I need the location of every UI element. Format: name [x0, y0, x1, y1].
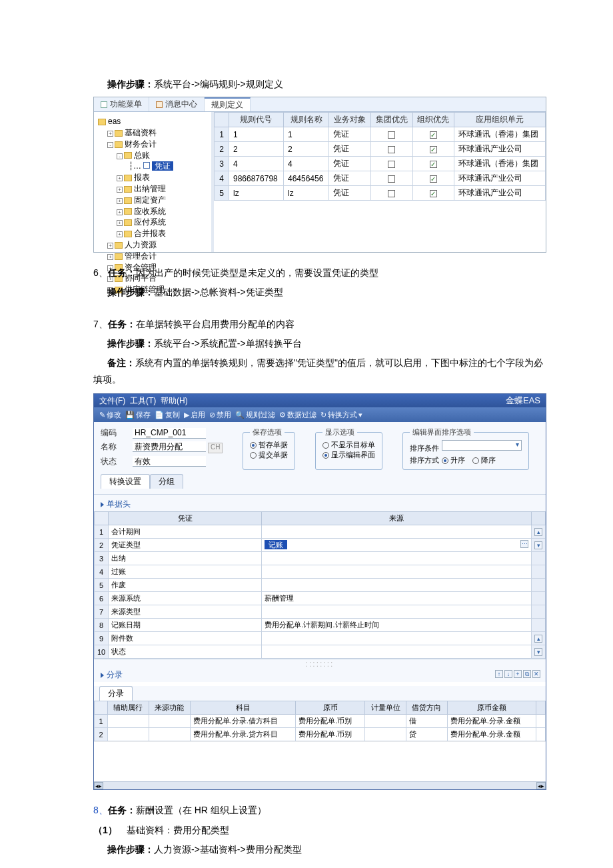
checkbox-org[interactable]: [430, 175, 437, 183]
task8-sub1: （1） 基础资料：费用分配类型: [93, 822, 546, 839]
checkbox-org[interactable]: [430, 190, 437, 197]
checkbox-org[interactable]: [430, 161, 437, 168]
table-row[interactable]: 111凭证环球通讯（香港）集团: [215, 127, 546, 142]
tree-voucher[interactable]: 凭证: [152, 161, 173, 171]
btn-scroll-up[interactable]: ▴: [534, 528, 542, 536]
radio-notarget[interactable]: [322, 442, 329, 449]
tree-root[interactable]: eas: [108, 117, 121, 126]
table-row[interactable]: 5作废: [95, 579, 546, 592]
btn-scroll-down[interactable]: ▾: [534, 541, 542, 549]
tree-hr[interactable]: 人力资源: [125, 240, 157, 249]
tree-cashier[interactable]: 出纳管理: [134, 184, 166, 193]
intro-steps: 操作步骤：系统平台->编码规则->规则定义: [93, 76, 546, 93]
intro-steps-path: 系统平台->编码规则->规则定义: [154, 79, 283, 89]
radio-desc[interactable]: [472, 457, 479, 464]
tree-report[interactable]: 报表: [134, 173, 150, 182]
table-row[interactable]: 5lzlz凭证环球通讯产业公司: [215, 186, 546, 201]
subtab-group[interactable]: 分组: [150, 474, 183, 489]
checkbox-group[interactable]: [388, 131, 395, 139]
btn-rulefilter[interactable]: 🔍 规则过滤: [235, 410, 275, 420]
tab-rule-def[interactable]: 规则定义: [205, 97, 251, 111]
tree-gl[interactable]: 总账: [134, 151, 150, 160]
toolbar: ✎ 修改 💾 保存 📄 复制 ▶ 启用 ⊘ 禁用 🔍 规则过滤 ⚙ 数据过滤 ↻…: [94, 407, 546, 422]
table-row[interactable]: 222凭证环球通讯产业公司: [215, 142, 546, 157]
tab-msg-center[interactable]: 消息中心: [149, 97, 205, 111]
checkbox-group[interactable]: [388, 175, 395, 183]
radio-submit[interactable]: [250, 452, 257, 459]
table-row[interactable]: 8记账日期费用分配单.计薪期间.计薪终止时间: [95, 619, 546, 632]
lang-badge: CH: [208, 443, 223, 453]
status-input[interactable]: 有效: [133, 456, 206, 467]
radio-showedit[interactable]: [322, 452, 329, 459]
btn-scroll-down[interactable]: ▾: [534, 648, 542, 656]
col-assist: 辅助属行: [108, 701, 149, 715]
table-row[interactable]: 2费用分配单.分录.贷方科目费用分配单.币别贷费用分配单.分录.金额: [95, 728, 546, 741]
name-label: 名称: [101, 442, 117, 451]
table-row[interactable]: 2凭证类型记账⋯▾: [95, 539, 546, 552]
btn-datafilter[interactable]: ⚙ 数据过滤: [279, 410, 316, 420]
menu-tool[interactable]: 工具(T): [130, 396, 156, 405]
table-row[interactable]: 6来源系统薪酬管理: [95, 592, 546, 605]
btn-del[interactable]: ✕: [532, 670, 540, 678]
radio-draft[interactable]: [250, 442, 257, 449]
tree-asset[interactable]: 固定资产: [134, 195, 166, 205]
menu-help[interactable]: 帮助(H): [161, 396, 188, 405]
table-row[interactable]: 1会计期间▴: [95, 525, 546, 539]
table-row[interactable]: 344凭证环球通讯（香港）集团: [215, 157, 546, 171]
task7: 7、任务：在单据转换平台启用费用分配单的内容: [93, 316, 546, 333]
tree-fin[interactable]: 财务会计: [125, 139, 157, 149]
checkbox-org[interactable]: [430, 131, 437, 139]
subtab-entry[interactable]: 分录: [99, 686, 133, 701]
table-row[interactable]: 4过账: [95, 565, 546, 579]
table-row[interactable]: 1费用分配单.分录.借方科目费用分配单.币别借费用分配单.分录.金额: [95, 715, 546, 728]
nav-tree[interactable]: eas +基础资料 -财务会计 -总账 ┆… 凭证 +报表 +出纳管理: [94, 112, 214, 252]
task8-num: 8、: [93, 805, 108, 815]
btn-copy2[interactable]: ⧉: [523, 670, 531, 678]
btn-enable[interactable]: ▶ 启用: [184, 410, 205, 420]
sort-field-combo[interactable]: [442, 440, 522, 451]
table-row[interactable]: 10状态▾: [95, 645, 546, 659]
lookup-icon[interactable]: ⋯: [520, 540, 528, 548]
subtab-convset[interactable]: 转换设置: [101, 474, 150, 489]
checkbox-group[interactable]: [388, 190, 395, 197]
rules-table[interactable]: 规则代号 规则名称 业务对象 集团优先 组织优先 应用组织单元 111凭证环球通…: [214, 112, 546, 201]
table-row[interactable]: 9附件数▴: [95, 632, 546, 645]
btn-save[interactable]: 💾 保存: [125, 410, 151, 420]
col-app-org: 应用组织单元: [454, 113, 546, 127]
tree-basic[interactable]: 基础资料: [125, 128, 157, 137]
btn-up[interactable]: ↑: [495, 670, 503, 678]
checkbox-group[interactable]: [388, 161, 395, 168]
table-row[interactable]: 3出纳: [95, 552, 546, 565]
tree-consol[interactable]: 合并报表: [134, 229, 166, 238]
section-head[interactable]: 单据头: [94, 495, 546, 511]
checkbox-group[interactable]: [388, 146, 395, 153]
btn-add[interactable]: +: [514, 670, 522, 678]
btn-disable[interactable]: ⊘ 禁用: [209, 410, 231, 420]
col-unit: 计量单位: [365, 701, 406, 715]
name-input[interactable]: 薪资费用分配: [133, 441, 206, 452]
tree-ap[interactable]: 应付系统: [134, 217, 166, 227]
btn-down[interactable]: ↓: [504, 670, 512, 678]
table-row[interactable]: 7来源类型: [95, 605, 546, 619]
checkbox-org[interactable]: [430, 146, 437, 153]
code-input[interactable]: HR_CMP_001: [133, 428, 206, 439]
entry-grid[interactable]: 辅助属行 来源功能 科目 原币 计量单位 借贷方向 原币金额 1费用分配单.分录…: [94, 701, 546, 741]
btn-scroll-up[interactable]: ▴: [534, 635, 542, 643]
section-entry[interactable]: 分录: [94, 665, 129, 682]
table-row[interactable]: 4986687679846456456凭证环球通讯产业公司: [215, 171, 546, 186]
page-icon: [143, 162, 150, 169]
btn-copy[interactable]: 📄 复制: [155, 410, 180, 420]
tab-func-menu[interactable]: 功能菜单: [94, 97, 149, 111]
radio-asc[interactable]: [442, 457, 448, 464]
col-dc: 借贷方向: [406, 701, 448, 715]
head-grid[interactable]: 凭证 来源 1会计期间▴2凭证类型记账⋯▾3出纳4过账5作废6来源系统薪酬管理7…: [94, 511, 546, 659]
btn-modify[interactable]: ✎ 修改: [99, 410, 121, 420]
menu-icon: [101, 101, 107, 108]
btn-convert[interactable]: ↻ 转换方式 ▾: [320, 410, 362, 420]
tree-ar[interactable]: 应收系统: [134, 207, 166, 216]
tree-mgmt[interactable]: 管理会计: [125, 251, 157, 261]
folder-icon: [98, 119, 106, 125]
menu-file[interactable]: 文件(F): [99, 396, 125, 405]
h-scrollbar[interactable]: ◂▸◂▸: [94, 781, 546, 789]
splitter[interactable]: ::::::::: [94, 659, 546, 665]
